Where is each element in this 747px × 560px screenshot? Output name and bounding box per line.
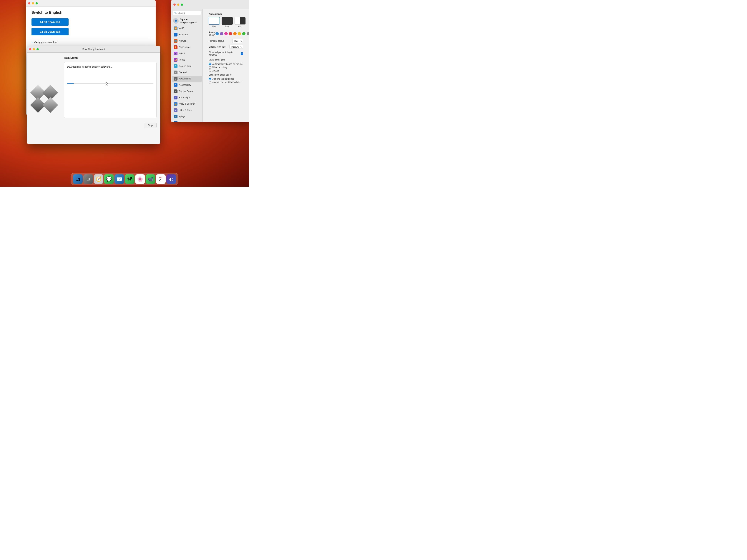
sidebar-label-notifications: Notifications: [179, 46, 191, 49]
download-progress-bar: [67, 83, 153, 84]
bootcamp-zoom-button[interactable]: [36, 48, 39, 50]
sign-in-row[interactable]: 👤 Sign in with your Apple ID: [171, 17, 203, 25]
search-bar[interactable]: 🔍: [173, 11, 201, 15]
sidebar-icon-size-row: Sidebar icon size Medium Small Large: [209, 44, 243, 50]
scroll-always-option[interactable]: Always: [209, 70, 243, 72]
download-64bit-button[interactable]: 64-bit Download: [31, 18, 69, 26]
sidebar-label-wallpaper: llpaper: [179, 122, 186, 122]
task-status-title: Task Status: [64, 56, 157, 59]
syspref-sidebar: 🔍 👤 Sign in with your Apple ID 📶 Wi-Fi 🔵…: [171, 0, 203, 122]
sidebar-item-wallpaper[interactable]: 🖼 llpaper: [172, 120, 202, 122]
show-scroll-bars-label: Show scroll bars: [209, 59, 243, 61]
scroll-when-scrolling-option[interactable]: When scrolling: [209, 66, 243, 69]
search-input[interactable]: [178, 12, 205, 14]
auto-mode-option[interactable]: Auto: [235, 17, 246, 27]
accent-purple[interactable]: [220, 32, 223, 35]
download-progress-fill: [67, 83, 74, 84]
dock-messages[interactable]: 💬: [104, 174, 114, 184]
sidebar-item-network[interactable]: 🌐 Network: [172, 38, 202, 44]
signin-text: Sign in with your Apple ID: [180, 18, 197, 24]
accent-blue[interactable]: [215, 32, 219, 35]
accent-green[interactable]: [242, 32, 246, 35]
highlight-colour-select[interactable]: Blue Gold Pink: [232, 39, 243, 43]
ms-minimize-button[interactable]: [32, 2, 34, 4]
launchpad-icon: ⊞: [83, 174, 93, 184]
sidebar-item-screentime[interactable]: ⏱ Screen Time: [172, 63, 202, 69]
dock-arc[interactable]: ◐: [166, 174, 176, 184]
sidebar-item-siri-spotlight[interactable]: 🔍 & Spotlight: [172, 95, 202, 101]
logo-quadrant-2: [45, 87, 56, 98]
dock-launchpad[interactable]: ⊞: [83, 174, 93, 184]
sidebar-item-notifications[interactable]: 🔔 Notifications: [172, 44, 202, 50]
sidebar-item-displays[interactable]: 🖥 splays: [172, 113, 202, 119]
click-jump-spot-radio[interactable]: [209, 81, 211, 83]
download-32bit-button[interactable]: 32-bit Download: [31, 28, 69, 35]
stop-button[interactable]: Stop: [144, 123, 157, 128]
dock-calendar[interactable]: OCT 21: [156, 174, 165, 184]
downloading-status-text: Downloading Windows support software...: [67, 65, 153, 68]
dock-safari[interactable]: 🧭: [94, 174, 103, 184]
wifi-icon: 📶: [174, 26, 178, 30]
bluetooth-icon: 🔵: [174, 33, 178, 36]
bootcamp-minimize-button[interactable]: [33, 48, 35, 50]
scroll-when-radio[interactable]: [209, 66, 211, 69]
sidebar-label-sound: Sound: [179, 52, 185, 55]
wallpaper-tinting-checkbox[interactable]: [241, 52, 243, 55]
sidebar-item-accessibility[interactable]: ♿ Accessibility: [172, 82, 202, 88]
scroll-always-radio[interactable]: [209, 70, 211, 72]
facetime-icon: 📹: [146, 174, 155, 184]
accent-orange[interactable]: [233, 32, 237, 35]
syspref-zoom-button[interactable]: [181, 3, 183, 6]
scroll-bars-section: Show scroll bars Automatically based on …: [209, 59, 243, 72]
sidebar-icon-size-select[interactable]: Medium Small Large: [229, 45, 243, 49]
sidebar-item-desktop-dock[interactable]: 🖥 sktop & Dock: [172, 107, 202, 113]
scroll-auto-radio[interactable]: [209, 63, 211, 65]
sidebar-item-wifi[interactable]: 📶 Wi-Fi: [172, 25, 202, 31]
sidebar-item-privacy[interactable]: 🔒 ivacy & Security: [172, 101, 202, 107]
sidebar-label-displays: splays: [179, 115, 185, 118]
dock-maps[interactable]: 🗺: [125, 174, 134, 184]
accent-pink[interactable]: [224, 32, 228, 35]
accent-colour-options: [215, 32, 249, 35]
accent-yellow[interactable]: [238, 32, 241, 35]
dark-mode-preview: [222, 17, 233, 25]
focus-icon: 🌙: [174, 58, 178, 62]
sidebar-item-focus[interactable]: 🌙 Focus: [172, 57, 202, 63]
dark-mode-option[interactable]: Dark: [222, 17, 233, 27]
logo-quadrant-4: [45, 100, 56, 111]
bootcamp-close-button[interactable]: [29, 48, 31, 50]
sidebar-item-general[interactable]: ⚙ General: [172, 70, 202, 75]
click-next-page-radio[interactable]: [209, 78, 211, 80]
auto-mode-label: Auto: [235, 25, 246, 27]
accent-graphite[interactable]: [247, 32, 249, 35]
syspref-minimize-button[interactable]: [177, 3, 179, 6]
dock-photos[interactable]: 🌸: [135, 174, 145, 184]
light-mode-option[interactable]: Light: [209, 17, 220, 27]
syspref-close-button[interactable]: [174, 3, 176, 6]
sidebar-item-sound[interactable]: 🔊 Sound: [172, 51, 202, 56]
appearance-mode-selector: Light Dark Auto: [209, 17, 243, 27]
maps-icon: 🗺: [125, 174, 134, 184]
ms-close-button[interactable]: [28, 2, 30, 4]
chevron-right-icon: ›: [31, 41, 32, 44]
sidebar-item-control-centre[interactable]: ⊞ Control Centre: [172, 88, 202, 94]
bootcamp-titlebar: Boot Camp Assistant: [27, 46, 160, 53]
dock-finder[interactable]: 🗂: [73, 174, 83, 184]
dock: 🗂 ⊞ 🧭 💬 ✉️ �: [71, 173, 178, 185]
accent-red[interactable]: [229, 32, 232, 35]
sidebar-icon-size-label: Sidebar icon size: [209, 46, 226, 48]
dock-facetime[interactable]: 📹: [146, 174, 155, 184]
click-scrollbar-label: Click in the scroll bar to: [209, 74, 243, 76]
sidebar-label-wifi: Wi-Fi: [179, 27, 184, 30]
click-jump-spot-option[interactable]: Jump to the spot that's clicked: [209, 81, 243, 83]
scroll-auto-option[interactable]: Automatically based on mouse: [209, 63, 243, 65]
appearance-icon: ◑: [174, 77, 178, 81]
ms-maximize-button[interactable]: [35, 2, 38, 4]
sidebar-label-siri: & Spotlight: [179, 96, 190, 99]
wallpaper-tinting-label: Allow wallpaper tinting in windows: [209, 51, 241, 56]
dock-mail[interactable]: ✉️: [114, 174, 124, 184]
sidebar-label-privacy: ivacy & Security: [179, 103, 195, 105]
sidebar-item-appearance[interactable]: ◑ Appearance: [172, 76, 202, 82]
sidebar-item-bluetooth[interactable]: 🔵 Bluetooth: [172, 32, 202, 37]
click-next-page-option[interactable]: Jump to the next page: [209, 78, 243, 80]
